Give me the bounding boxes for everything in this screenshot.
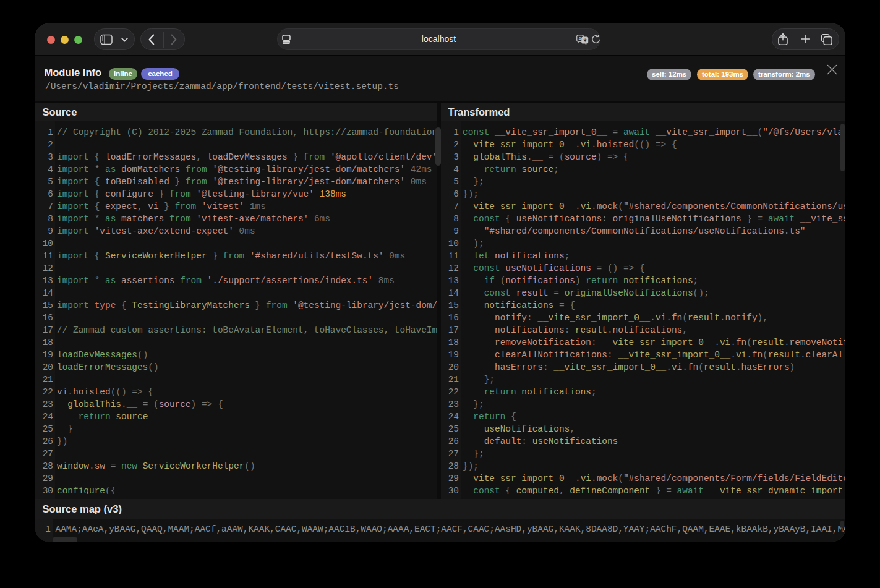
- svg-text:A: A: [578, 36, 582, 41]
- svg-text:✶: ✶: [583, 38, 587, 43]
